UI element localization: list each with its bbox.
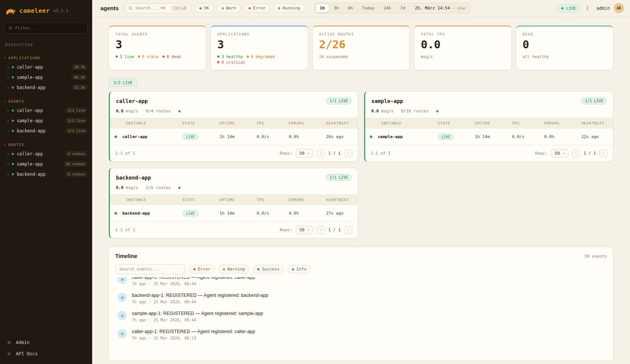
live-badge: 1/1 LIVE bbox=[326, 174, 352, 181]
event-text: caller-app-1: REGISTERED — Agent registe… bbox=[132, 277, 255, 280]
table-row[interactable]: sample-app LIVE 1h 14m 0.0/s 0.0% 22s ag… bbox=[365, 129, 613, 145]
event-filter-info[interactable]: Info bbox=[287, 265, 311, 273]
status-dot-green bbox=[561, 7, 564, 9]
page-title: agents bbox=[100, 5, 119, 11]
uptime-value: 1h 14m bbox=[216, 205, 253, 221]
event-item[interactable]: ⚙ caller-app-1: REGISTERED — Agent regis… bbox=[115, 326, 607, 344]
filter-chip-warn[interactable]: Warn bbox=[217, 4, 241, 12]
sidebar-item-agents-caller-app[interactable]: ▸ caller-app 1/1 live bbox=[0, 105, 92, 115]
stat-stale: 0 stale bbox=[138, 54, 159, 59]
camel-logo-icon bbox=[5, 6, 16, 15]
prev-page-button[interactable]: ‹ bbox=[317, 149, 325, 158]
heartbeat-value: 27s ago bbox=[323, 205, 358, 221]
event-time: 7h ago · 25 Mar 2026, 08:23 bbox=[132, 336, 255, 340]
filter-chip-running[interactable]: Running bbox=[273, 4, 304, 12]
time-range-1h[interactable]: 1h bbox=[315, 4, 329, 12]
time-range-today[interactable]: Today bbox=[357, 4, 379, 12]
sidebar-filter-box[interactable] bbox=[5, 23, 88, 34]
filter-chip-ok[interactable]: OK bbox=[195, 4, 213, 12]
sidebar-footer: ⚙ Admin ≡ API Docs bbox=[0, 335, 92, 364]
prev-page-button[interactable]: ‹ bbox=[317, 226, 325, 234]
live-status-badge[interactable]: LIVE bbox=[556, 4, 581, 12]
chevron-right-icon: ▸ bbox=[7, 119, 9, 123]
col-errors: ERRORS bbox=[541, 118, 578, 129]
time-range-display: 25. März 14:54 — now bbox=[410, 6, 469, 11]
rows-per-page-select[interactable]: 50▾ bbox=[296, 226, 313, 234]
event-filter-warning[interactable]: Warning bbox=[218, 265, 249, 273]
section-header-routes[interactable]: ROUTES bbox=[0, 140, 92, 149]
topbar-right: LIVE ☾ admin AD bbox=[556, 3, 624, 13]
sidebar-item-routes-backend-app[interactable]: ▸ backend-app 6 routes bbox=[0, 169, 92, 179]
chevron-down-icon: ▾ bbox=[307, 152, 309, 155]
chevron-right-icon: ▸ bbox=[7, 172, 9, 176]
col-uptime: UPTIME bbox=[472, 118, 509, 129]
card-value: 2/26 bbox=[319, 39, 403, 51]
time-range-6h[interactable]: 6h bbox=[343, 4, 357, 12]
registered-event-icon: ⚙ bbox=[117, 277, 127, 284]
sidebar-item-applications-backend-app[interactable]: ▸ backend-app 32.2k bbox=[0, 82, 92, 92]
event-text: backend-app-1: REGISTERED — Agent regist… bbox=[132, 293, 268, 298]
app-card-stats: 0.0 msg/s 0/4 routes bbox=[110, 107, 358, 118]
time-range-3h[interactable]: 3h bbox=[329, 4, 343, 12]
stat-healthy: 3 healthy bbox=[217, 54, 243, 59]
tps-value: 0.0/s bbox=[509, 129, 541, 145]
prev-page-button[interactable]: ‹ bbox=[572, 149, 580, 158]
section-header-applications[interactable]: APPLICATIONS bbox=[0, 53, 92, 62]
app-card-stats: 0.0 msg/s 0/16 routes bbox=[365, 107, 613, 118]
global-search-box[interactable]: Search... ⌘K Ctrl+K bbox=[125, 3, 191, 13]
sidebar-item-agents-sample-app[interactable]: ▸ sample-app 1/1 live bbox=[0, 115, 92, 126]
event-filter-success[interactable]: Success bbox=[253, 265, 284, 273]
table-row[interactable]: caller-app LIVE 1h 14m 0.0/s 0.0% 20s ag… bbox=[110, 129, 358, 145]
sidebar-item-label: backend-app bbox=[17, 128, 45, 134]
card-title: APPLICATIONS bbox=[217, 32, 301, 36]
filter-chip-error[interactable]: Error bbox=[244, 4, 270, 12]
rows-label: Rows: bbox=[535, 151, 548, 156]
summary-cards: TOTAL AGENTS 3 3 live 0 stale 0 dead APP… bbox=[109, 26, 613, 70]
time-range-24h[interactable]: 24h bbox=[379, 4, 395, 12]
avatar[interactable]: AD bbox=[614, 3, 624, 13]
event-item[interactable]: ⚙ backend-app-1: REGISTERED — Agent regi… bbox=[115, 289, 607, 307]
sidebar-item-label: caller-app bbox=[17, 108, 43, 113]
item-count-badge: 6 routes bbox=[65, 171, 88, 177]
time-range-separator: — bbox=[452, 6, 455, 11]
chevron-right-icon: ▸ bbox=[7, 65, 9, 69]
events-list[interactable]: ⚙ caller-app-1: REGISTERED — Agent regis… bbox=[115, 277, 607, 352]
next-page-button[interactable]: › bbox=[344, 226, 352, 234]
sidebar-item-applications-caller-app[interactable]: ▸ caller-app 10.7k bbox=[0, 62, 92, 72]
time-range-7d[interactable]: 7d bbox=[395, 4, 409, 12]
events-search-box[interactable] bbox=[115, 264, 185, 274]
sidebar: cameleer v3.2.1 NAVIGATION APPLICATIONS … bbox=[0, 0, 92, 364]
next-page-button[interactable]: › bbox=[599, 149, 608, 158]
table-header-row: INSTANCE STATE UPTIME TPS ERRORS HEARTBE… bbox=[365, 118, 613, 129]
status-dot-green bbox=[12, 120, 14, 122]
card-title: TOTAL TPS bbox=[421, 32, 505, 36]
sidebar-item-applications-sample-app[interactable]: ▸ sample-app 84.1k bbox=[0, 72, 92, 82]
table-row[interactable]: backend-app LIVE 1h 14m 0.0/s 0.0% 27s a… bbox=[110, 205, 358, 221]
status-dot-red bbox=[162, 55, 165, 58]
section-header-agents[interactable]: AGENTS bbox=[0, 96, 92, 105]
status-dot-green bbox=[12, 109, 14, 112]
status-dot-green bbox=[12, 66, 14, 68]
sidebar-item-label: sample-app bbox=[17, 161, 43, 167]
sidebar-item-routes-caller-app[interactable]: ▸ caller-app 4 routes bbox=[0, 149, 92, 159]
sidebar-filter-input[interactable] bbox=[15, 26, 84, 31]
next-page-button[interactable]: › bbox=[344, 149, 352, 158]
state-badge: LIVE bbox=[438, 134, 454, 140]
col-instance: INSTANCE bbox=[110, 118, 179, 129]
api-docs-link[interactable]: ≡ API Docs bbox=[6, 351, 86, 356]
item-count-badge: 32.2k bbox=[71, 84, 88, 90]
dark-mode-toggle[interactable]: ☾ bbox=[584, 4, 592, 12]
event-item[interactable]: ⚙ caller-app-1: REGISTERED — Agent regis… bbox=[115, 277, 607, 289]
sidebar-section-agents: AGENTS ▸ caller-app 1/1 live ▸ sample-ap… bbox=[0, 96, 92, 136]
rows-per-page-select[interactable]: 50▾ bbox=[296, 149, 313, 158]
api-docs-label: API Docs bbox=[16, 351, 38, 356]
event-item[interactable]: ⚙ sample-app-1: REGISTERED — Agent regis… bbox=[115, 307, 607, 326]
admin-link[interactable]: ⚙ Admin bbox=[6, 339, 86, 345]
sidebar-item-routes-sample-app[interactable]: ▸ sample-app 16 routes bbox=[0, 159, 92, 169]
rows-per-page-select[interactable]: 50▾ bbox=[551, 149, 568, 158]
row-range: 1-1 of 1 bbox=[115, 151, 135, 156]
event-filter-error[interactable]: Error bbox=[189, 265, 215, 273]
sidebar-item-agents-backend-app[interactable]: ▸ backend-app 1/1 live bbox=[0, 126, 92, 136]
table-header-row: INSTANCE STATE UPTIME TPS ERRORS HEARTBE… bbox=[110, 118, 358, 129]
events-search-input[interactable] bbox=[119, 267, 181, 272]
